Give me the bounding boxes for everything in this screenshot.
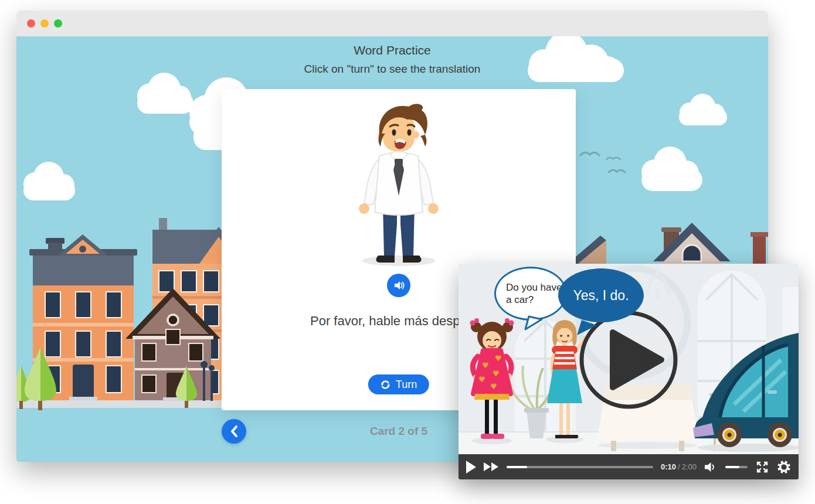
speech-bubble-question: Do you have a car? — [494, 267, 567, 321]
turn-button[interactable]: Turn — [368, 374, 429, 394]
duration: 2:00 — [682, 462, 697, 471]
birds — [580, 152, 625, 172]
speech-bubble-answer: Yes, I do. — [558, 268, 644, 322]
svg-text:♥: ♥ — [493, 369, 500, 378]
fast-forward-icon — [484, 462, 499, 471]
speech-bubble-question-text: Do you have a car? — [506, 281, 565, 307]
video-scene: ♥♥♥♥♥ — [459, 264, 799, 454]
settings-gear-icon — [777, 460, 791, 474]
volume-button[interactable] — [704, 462, 718, 472]
time-display: 0:10/2:00 — [661, 462, 697, 471]
page-subtitle: Click on "turn" to see the translation — [16, 63, 768, 76]
fast-forward-button[interactable] — [484, 462, 499, 471]
screenshot-root: Word Practice Click on "turn" to see the… — [0, 0, 815, 504]
zoom-button[interactable] — [54, 19, 62, 28]
fullscreen-icon — [755, 460, 769, 474]
volume-icon — [704, 462, 718, 472]
cartoon-man-illustration — [343, 96, 454, 267]
cloud — [137, 73, 193, 114]
volume-fill — [725, 466, 739, 468]
svg-text:♥: ♥ — [478, 375, 485, 384]
page-title: Word Practice — [16, 43, 768, 57]
svg-text:♥: ♥ — [482, 361, 489, 370]
current-time: 0:10 — [661, 462, 676, 471]
cloud — [641, 147, 702, 191]
close-button[interactable] — [27, 19, 35, 28]
speech-bubble-answer-text: Yes, I do. — [573, 288, 629, 304]
turn-button-label: Turn — [396, 379, 417, 391]
seek-bar[interactable] — [507, 466, 653, 468]
minimize-button[interactable] — [40, 19, 49, 28]
window-titlebar — [16, 11, 768, 36]
video-controls-bar: 0:10/2:00 — [459, 454, 799, 479]
video-player: ♥♥♥♥♥ — [459, 264, 799, 479]
volume-slider[interactable] — [725, 466, 748, 468]
turn-refresh-icon — [381, 380, 390, 390]
play-icon — [466, 461, 476, 474]
play-button[interactable] — [466, 461, 476, 474]
cloud — [679, 94, 727, 125]
settings-button[interactable] — [777, 460, 791, 474]
time-separator: / — [678, 462, 680, 471]
progress-fill — [507, 466, 527, 468]
speech-bubble-tail — [575, 319, 597, 336]
speaker-icon — [393, 280, 405, 291]
svg-text:♥: ♥ — [490, 382, 497, 391]
fullscreen-button[interactable] — [755, 460, 769, 474]
house-right — [568, 223, 768, 264]
cloud — [23, 162, 75, 200]
audio-button[interactable] — [387, 274, 410, 297]
svg-text:♥: ♥ — [495, 354, 502, 363]
speech-bubble-tail — [523, 315, 543, 331]
